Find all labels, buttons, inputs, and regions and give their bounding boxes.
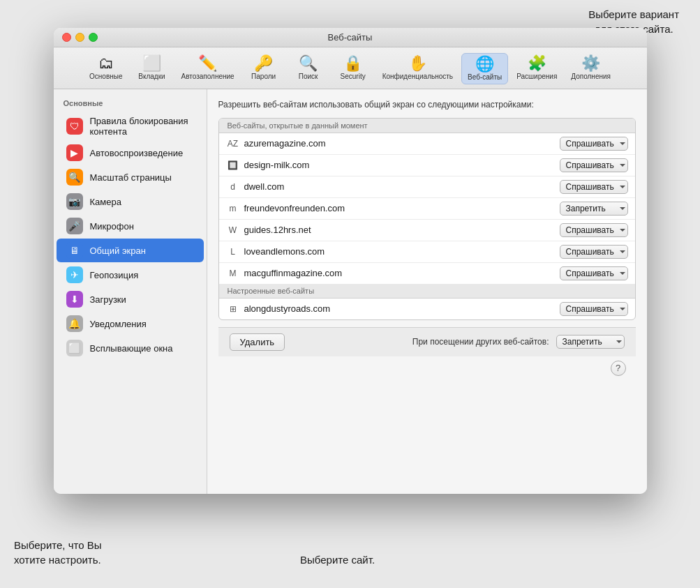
table-row[interactable]: 🔲 design-milk.com СпрашиватьЗапретитьРаз… [219,155,635,176]
content-blocking-icon: 🛡 [66,118,83,135]
site-select-wrapper[interactable]: СпрашиватьЗапретитьРазрешить [560,180,628,194]
site-domain: guides.12hrs.net [244,225,560,235]
toolbar-item-extensions[interactable]: 🧩 Расширения [511,53,563,84]
toolbar-item-tabs[interactable]: ⬜ Вкладки [131,53,172,84]
screen-sharing-icon: 🖥 [66,242,83,259]
extensions-label: Расширения [516,73,557,80]
minimize-button[interactable] [75,33,84,42]
privacy-label: Конфиденциальность [382,73,453,80]
sidebar-item-downloads[interactable]: ⬇ Загрузки [57,287,204,311]
sidebar-item-location[interactable]: ✈ Геопозиция [57,263,204,287]
panel-description: Разрешить веб-сайтам использовать общий … [218,99,636,111]
toolbar-item-search[interactable]: 🔍 Поиск [288,53,329,84]
sidebar-item-autoplay[interactable]: ▶ Автовоспроизведение [57,141,204,165]
other-sites-select-wrapper[interactable]: СпрашиватьЗапретитьРазрешить [556,335,625,349]
location-icon: ✈ [66,266,83,283]
site-icon: W [226,223,240,237]
toolbar-item-security[interactable]: 🔒 Security [332,53,374,84]
microphone-label: Микрофон [90,221,134,232]
site-select[interactable]: СпрашиватьЗапретитьРазрешить [560,266,628,280]
site-icon: d [226,180,240,194]
page-zoom-label: Масштаб страницы [90,172,172,183]
sidebar-item-screen-sharing[interactable]: 🖥 Общий экран [57,239,204,262]
window-title: Веб-сайты [328,32,373,43]
site-domain: freundevonfreunden.com [244,203,560,213]
sidebar-section-title: Основные [54,96,207,112]
other-sites-select[interactable]: СпрашиватьЗапретитьРазрешить [556,335,625,349]
notifications-icon: 🔔 [66,315,83,332]
autoplay-label: Автовоспроизведение [90,148,184,158]
site-select-wrapper[interactable]: СпрашиватьЗапретитьРазрешить [560,202,628,216]
table-row[interactable]: W guides.12hrs.net СпрашиватьЗапретитьРа… [219,220,635,241]
site-icon: AZ [226,137,240,151]
search-label: Поиск [299,73,318,80]
safari-preferences-window: Веб-сайты 🗂 Основные ⬜ Вкладки ✏️ Автоза… [54,28,647,494]
help-row: ? [218,356,636,382]
site-select-wrapper[interactable]: СпрашиватьЗапретитьРазрешить [560,266,628,280]
site-select[interactable]: СпрашиватьЗапретитьРазрешить [560,245,628,259]
help-button[interactable]: ? [611,361,626,376]
table-row[interactable]: AZ azuremagazine.com СпрашиватьЗапретить… [219,133,635,155]
sidebar-item-camera[interactable]: 📷 Камера [57,190,204,213]
site-select[interactable]: СпрашиватьЗапретитьРазрешить [560,223,628,237]
passwords-label: Пароли [251,73,276,80]
site-select-wrapper[interactable]: СпрашиватьЗапретитьРазрешить [560,158,628,172]
advanced-label: Дополнения [571,73,611,80]
toolbar-item-advanced[interactable]: ⚙️ Дополнения [565,53,616,84]
notifications-label: Уведомления [90,319,147,329]
table-row[interactable]: m freundevonfreunden.com СпрашиватьЗапре… [219,198,635,220]
site-select-wrapper[interactable]: СпрашиватьЗапретитьРазрешить [560,245,628,259]
popups-icon: ⬜ [66,340,83,356]
other-sites-label: При посещении других веб-сайтов: [412,337,549,347]
sidebar-item-page-zoom[interactable]: 🔍 Масштаб страницы [57,165,204,189]
table-row[interactable]: L loveandlemons.com СпрашиватьЗапретитьР… [219,241,635,263]
content-area: Основные 🛡 Правила блокирования контента… [54,89,647,494]
content-blocking-label: Правила блокирования контента [90,116,194,137]
table-row[interactable]: M macguffinmagazine.com СпрашиватьЗапрет… [219,263,635,284]
tabs-label: Вкладки [138,73,165,80]
popups-label: Всплывающие окна [90,343,173,354]
table-row[interactable]: d dwell.com СпрашиватьЗапретитьРазрешить [219,176,635,198]
main-panel: Разрешить веб-сайтам использовать общий … [207,89,647,494]
site-icon: L [226,245,240,259]
site-select-wrapper[interactable]: СпрашиватьЗапретитьРазрешить [560,137,628,151]
site-domain: azuremagazine.com [244,138,560,149]
camera-icon: 📷 [66,193,83,210]
privacy-icon: ✋ [408,56,427,71]
camera-label: Камера [90,197,121,207]
toolbar-item-autofill[interactable]: ✏️ Автозаполнение [175,53,239,84]
site-select-wrapper[interactable]: СпрашиватьЗапретитьРазрешить [560,223,628,237]
site-select[interactable]: СпрашиватьЗапретитьРазрешить [560,302,628,316]
site-icon: M [226,266,240,280]
table-row[interactable]: ⊞ alongdustyroads.com СпрашиватьЗапретит… [219,299,635,319]
titlebar: Веб-сайты [54,28,647,47]
close-button[interactable] [62,33,71,42]
toolbar-item-passwords[interactable]: 🔑 Пароли [243,53,285,84]
sidebar-item-popups[interactable]: ⬜ Всплывающие окна [57,336,204,360]
page-zoom-icon: 🔍 [66,169,83,186]
websites-icon: 🌐 [475,56,494,72]
toolbar-item-privacy[interactable]: ✋ Конфиденциальность [377,53,459,84]
site-icon: ⊞ [226,302,240,316]
toolbar-item-general[interactable]: 🗂 Основные [84,53,128,84]
site-select[interactable]: СпрашиватьЗапретитьРазрешить [560,158,628,172]
sidebar-item-microphone[interactable]: 🎤 Микрофон [57,214,204,238]
downloads-icon: ⬇ [66,291,83,308]
downloads-label: Загрузки [90,294,126,305]
site-select[interactable]: СпрашиватьЗапретитьРазрешить [560,180,628,194]
bottom-bar: Удалить При посещении других веб-сайтов:… [218,327,636,356]
site-domain: dwell.com [244,181,560,192]
sidebar-item-content-blocking[interactable]: 🛡 Правила блокирования контента [57,112,204,140]
site-select[interactable]: СпрашиватьЗапретитьРазрешить [560,137,628,151]
toolbar: 🗂 Основные ⬜ Вкладки ✏️ Автозаполнение 🔑… [54,47,647,89]
site-select[interactable]: СпрашиватьЗапретитьРазрешить [560,202,628,216]
toolbar-item-websites[interactable]: 🌐 Веб-сайты [461,53,508,84]
sidebar-item-notifications[interactable]: 🔔 Уведомления [57,312,204,336]
site-select-wrapper[interactable]: СпрашиватьЗапретитьРазрешить [560,302,628,316]
maximize-button[interactable] [89,33,98,42]
current-sites-header: Веб-сайты, открытые в данный момент [219,119,635,133]
location-label: Геопозиция [90,270,139,280]
autofill-icon: ✏️ [198,56,217,71]
delete-button[interactable]: Удалить [230,333,285,351]
security-icon: 🔒 [343,56,362,71]
